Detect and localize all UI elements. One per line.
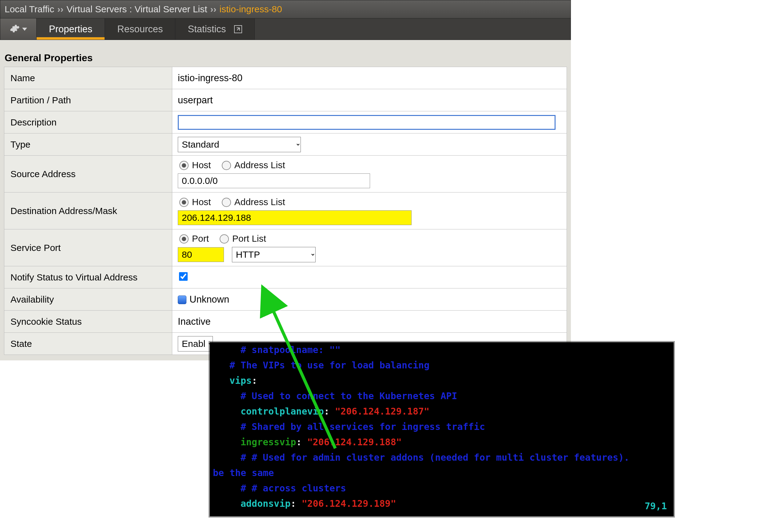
type-label: Type	[4, 133, 172, 156]
terminal-line: # Used to connect to the Kubernetes API	[213, 388, 671, 404]
port-input[interactable]	[178, 247, 224, 262]
terminal-window: # snatpoolname: "" # The VIPs to use for…	[210, 342, 674, 516]
source-list-radio[interactable]	[222, 161, 231, 170]
source-address-input[interactable]	[178, 173, 370, 188]
settings-menu-button[interactable]	[0, 18, 37, 40]
terminal-line: controlplanevip: "206.124.129.187"	[213, 404, 671, 419]
tab-properties[interactable]: Properties	[37, 18, 105, 40]
breadcrumb-section: Local Traffic	[5, 4, 54, 14]
source-host-radio-label: Host	[192, 160, 211, 170]
description-input[interactable]	[178, 115, 556, 130]
terminal-line: addonsvip: "206.124.129.189"	[213, 496, 671, 511]
gear-icon	[10, 24, 20, 35]
dest-host-radio[interactable]	[179, 198, 189, 207]
tab-statistics-label: Statistics	[188, 24, 226, 35]
portlist-radio[interactable]	[220, 234, 229, 244]
terminal-line: # The VIPs to use for load balancing	[213, 358, 671, 373]
syncookie-value: Inactive	[172, 311, 567, 333]
dest-list-radio-label: Address List	[234, 197, 285, 207]
tab-row: Properties Resources Statistics	[0, 18, 571, 40]
dest-host-radio-label: Host	[192, 197, 211, 207]
terminal-line: vips:	[213, 373, 671, 388]
section-title: General Properties	[5, 52, 567, 64]
port-protocol-select[interactable]: HTTP	[232, 247, 316, 262]
port-radio[interactable]	[179, 234, 189, 244]
chevron-down-icon	[22, 28, 27, 31]
tab-statistics[interactable]: Statistics	[175, 18, 254, 40]
breadcrumb-current: istio-ingress-80	[220, 4, 282, 14]
terminal-line: # Shared by all services for ingress tra…	[213, 419, 671, 435]
dest-label: Destination Address/Mask	[4, 193, 172, 229]
breadcrumb-sep-2: ››	[210, 4, 217, 14]
terminal-line: # snatpoolname: ""	[213, 342, 671, 358]
state-select[interactable]: Enabled	[178, 336, 213, 351]
port-radio-label: Port	[192, 233, 209, 244]
tab-resources[interactable]: Resources	[105, 18, 175, 40]
status-unknown-icon	[178, 296, 186, 304]
notify-checkbox[interactable]	[179, 272, 188, 281]
general-properties-section: General Properties Name istio-ingress-80…	[0, 40, 571, 360]
terminal-line: ingressvip: "206.124.129.188"	[213, 435, 671, 450]
config-panel: Local Traffic ›› Virtual Servers : Virtu…	[0, 0, 571, 360]
terminal-line: # # Used for admin cluster addons (neede…	[213, 450, 671, 465]
notify-label: Notify Status to Virtual Address	[4, 266, 172, 288]
partition-label: Partition / Path	[4, 89, 172, 111]
popout-icon	[234, 25, 242, 33]
breadcrumb-bar: Local Traffic ›› Virtual Servers : Virtu…	[0, 0, 571, 18]
source-list-radio-label: Address List	[234, 160, 285, 170]
availability-value: Unknown	[189, 294, 229, 305]
properties-table: Name istio-ingress-80 Partition / Path u…	[4, 67, 567, 355]
type-select[interactable]: Standard	[178, 137, 301, 152]
portlist-radio-label: Port List	[232, 233, 266, 244]
terminal-line: be the same	[213, 465, 671, 481]
breadcrumb-sep-1: ››	[57, 4, 63, 14]
source-host-radio[interactable]	[179, 161, 189, 170]
name-value: istio-ingress-80	[172, 67, 567, 89]
source-label: Source Address	[4, 156, 172, 193]
breadcrumb-sub: Virtual Servers : Virtual Server List	[66, 4, 207, 14]
dest-list-radio[interactable]	[222, 198, 231, 207]
cursor-position: 79,1	[645, 498, 667, 514]
availability-label: Availability	[4, 288, 172, 311]
dest-address-input[interactable]	[178, 210, 412, 225]
port-label: Service Port	[4, 229, 172, 266]
syncookie-label: Syncookie Status	[4, 311, 172, 333]
terminal-line: # # across clusters	[213, 481, 671, 496]
name-label: Name	[4, 67, 172, 89]
description-label: Description	[4, 111, 172, 133]
state-label: State	[4, 333, 172, 355]
partition-value: userpart	[172, 89, 567, 111]
